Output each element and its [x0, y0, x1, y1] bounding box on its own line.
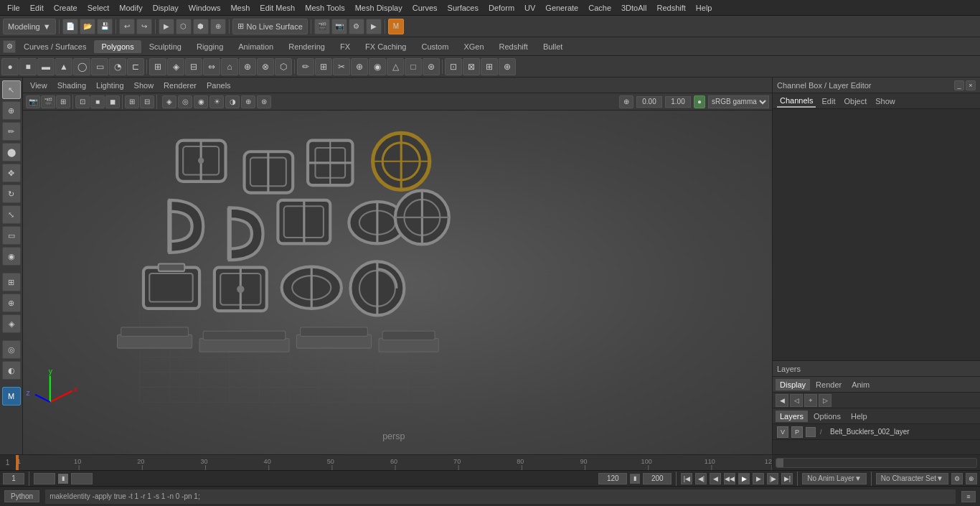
paint-btn[interactable]: ⬢ [193, 19, 209, 34]
plane-icon-btn[interactable]: ▭ [91, 58, 108, 75]
tab-rendering[interactable]: Rendering [281, 40, 332, 53]
pencil-icon-btn[interactable]: ✏ [297, 58, 314, 75]
rp-close-btn[interactable]: × [966, 80, 976, 90]
smooth-btn[interactable]: ◉ [369, 58, 386, 75]
soft-select-btn[interactable]: ◉ [2, 247, 21, 266]
extrude-icon-btn[interactable]: ⊕ [239, 58, 256, 75]
isolate-select-btn[interactable]: ◎ [178, 95, 192, 108]
merge-btn[interactable]: ⊡ [445, 58, 462, 75]
snap-point-btn[interactable]: ◈ [2, 314, 21, 333]
menu-3dto[interactable]: 3DtoAll [617, 2, 651, 14]
tab-bullet[interactable]: Bullet [536, 40, 570, 53]
lasso-select-btn[interactable]: ✏ [2, 122, 21, 141]
tab-render[interactable]: Render [811, 379, 846, 390]
tab-layers[interactable]: Layers [776, 411, 808, 422]
bevel-icon-btn[interactable]: ⌂ [221, 58, 238, 75]
paint-select-btn[interactable]: ⬤ [2, 143, 21, 161]
cmd-feedback-btn[interactable]: ≡ [961, 491, 976, 502]
new-file-btn[interactable]: 📄 [62, 19, 78, 34]
menu-mesh[interactable]: Mesh [226, 2, 254, 14]
vp-renderer-menu[interactable]: Renderer [161, 80, 199, 91]
sphere-icon-btn[interactable]: ● [1, 58, 19, 75]
aa-btn[interactable]: ⊛ [257, 95, 271, 108]
subdiv-icon-btn[interactable]: ⊞ [149, 58, 166, 75]
menu-display[interactable]: Display [149, 2, 183, 14]
cylinder-icon-btn[interactable]: ▬ [37, 58, 55, 75]
current-frame-input[interactable] [3, 473, 24, 484]
menu-select[interactable]: Select [83, 2, 114, 14]
menu-windows[interactable]: Windows [184, 2, 225, 14]
menu-edit-mesh[interactable]: Edit Mesh [255, 2, 299, 14]
open-file-btn[interactable]: 📂 [80, 19, 95, 34]
mirror-icon-btn[interactable]: ⇔ [203, 58, 220, 75]
torus-icon-btn[interactable]: ◯ [73, 58, 90, 75]
anim-layer-dropdown[interactable]: No Anim Layer ▼ [802, 473, 867, 484]
range-end-input[interactable] [643, 473, 672, 484]
combine-btn[interactable]: ⊞ [481, 58, 498, 75]
vp-lighting-menu[interactable]: Lighting [93, 80, 127, 91]
pipe-icon-btn[interactable]: ⊏ [127, 58, 144, 75]
layer-playback-btn[interactable]: P [791, 426, 803, 438]
tab-rigging[interactable]: Rigging [189, 40, 230, 53]
menu-help[interactable]: Help [692, 2, 717, 14]
xray-btn[interactable]: ◈ [162, 95, 176, 108]
coord-y-input[interactable] [665, 96, 691, 108]
tab-object[interactable]: Object [841, 95, 870, 107]
shadow-btn[interactable]: ◑ [225, 95, 240, 108]
sync-btn[interactable]: ⊞ [56, 95, 70, 108]
separate-btn[interactable]: ⊠ [463, 58, 480, 75]
menu-mesh-display[interactable]: Mesh Display [351, 2, 407, 14]
nurbs-icon-btn[interactable]: ◈ [167, 58, 184, 75]
menu-redshift[interactable]: Redshift [652, 2, 689, 14]
char-set-settings-btn[interactable]: ⚙ [951, 473, 963, 484]
command-line[interactable]: makeIdentity -apply true -t 1 -r 1 -s 1 … [45, 489, 956, 504]
menu-file[interactable]: File [3, 2, 24, 14]
scene-canvas[interactable]: x y z persp [23, 111, 772, 454]
wire-btn[interactable]: ⊡ [75, 95, 90, 108]
snapshot-btn[interactable]: 📷 [331, 19, 347, 34]
tab-fx-caching[interactable]: FX Caching [358, 40, 413, 53]
redo-btn[interactable]: ↪ [136, 19, 152, 34]
tab-display[interactable]: Display [776, 379, 810, 390]
multi-select-btn[interactable]: ⊕ [2, 101, 21, 120]
layer-next-btn[interactable]: ▷ [819, 394, 831, 407]
vp-view-menu[interactable]: View [27, 80, 50, 91]
lasso-btn[interactable]: ⬡ [176, 19, 192, 34]
snap-curve-btn[interactable]: ⊕ [2, 294, 21, 312]
goto-start-btn[interactable]: |◀ [681, 473, 692, 484]
lattice-icon-btn[interactable]: ⊟ [185, 58, 202, 75]
viewport[interactable]: View Shading Lighting Show Renderer Pane… [23, 78, 772, 454]
tab-show[interactable]: Show [872, 95, 898, 107]
goto-end-btn[interactable]: ▶| [781, 473, 793, 484]
menu-curves[interactable]: Curves [408, 2, 442, 14]
quad-btn[interactable]: □ [405, 58, 422, 75]
move-btn[interactable]: ✥ [2, 164, 21, 182]
layer-prev-btn[interactable]: ◀ [776, 394, 788, 407]
prev-key-btn[interactable]: ◀| [695, 473, 707, 484]
frame-field-1[interactable] [34, 473, 55, 484]
menu-create[interactable]: Create [50, 2, 82, 14]
disc-icon-btn[interactable]: ◔ [109, 58, 126, 75]
menu-surfaces[interactable]: Surfaces [443, 2, 483, 14]
cube-icon-btn[interactable]: ■ [19, 58, 37, 75]
select-mode-btn[interactable]: ↖ [2, 80, 21, 99]
lighting-mode-btn[interactable]: ☀ [209, 95, 224, 108]
isolate-btn[interactable]: ◎ [2, 340, 21, 359]
layer-color-swatch[interactable] [806, 427, 816, 437]
layer-add-btn[interactable]: + [804, 394, 817, 407]
next-key-btn[interactable]: |▶ [767, 473, 778, 484]
range-start-input[interactable] [598, 473, 627, 484]
marquee-btn[interactable]: ▭ [2, 226, 21, 245]
tab-redshift[interactable]: Redshift [492, 40, 535, 53]
fill-icon-btn[interactable]: ⬡ [275, 58, 292, 75]
film-btn[interactable]: 🎬 [41, 95, 55, 108]
boolean-btn[interactable]: ⊕ [499, 58, 516, 75]
live-surface-btn[interactable]: ⊞ No Live Surface [232, 19, 308, 34]
coord-x-input[interactable] [636, 96, 662, 108]
menu-cache[interactable]: Cache [584, 2, 616, 14]
tab-custom[interactable]: Custom [415, 40, 456, 53]
timeline[interactable]: 1 1 10 20 [0, 454, 980, 470]
rp-minimize-btn[interactable]: _ [954, 80, 964, 90]
tab-channels[interactable]: Channels [777, 95, 816, 108]
tab-anim[interactable]: Anim [847, 379, 874, 390]
